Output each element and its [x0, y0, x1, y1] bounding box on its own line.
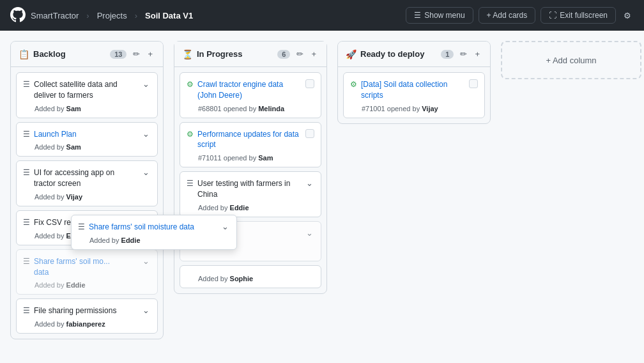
breadcrumb-sep-1: ›	[86, 11, 89, 20]
card-figure-out-container: ☰ Figure out ⌄ ☰ Share farms' soil moist…	[180, 221, 321, 288]
settings-button[interactable]: ⚙	[621, 8, 634, 23]
ready-count: 1	[441, 50, 454, 59]
current-project-title: Soil Data V1	[145, 11, 193, 20]
github-logo-icon	[10, 7, 26, 24]
card-meta: Added by Vijay	[34, 193, 151, 201]
card-expand-button[interactable]: ⌄	[305, 228, 314, 238]
in-progress-add-button[interactable]: +	[309, 48, 319, 60]
card-user-testing: ☰ User testing with farmers in China ⌄ A…	[180, 171, 321, 217]
card-icon: ☰	[23, 257, 30, 266]
card-icon: ☰	[23, 306, 30, 315]
card-title[interactable]: Crawl tractor engine data (John Deere)	[197, 79, 301, 101]
card-title[interactable]: File sharing permissions	[34, 305, 137, 316]
card-meta: #71001 opened by Vijay	[362, 105, 478, 112]
card-icon: ⚙	[187, 130, 194, 139]
menu-icon: ☰	[414, 11, 421, 20]
gear-icon: ⚙	[624, 11, 631, 20]
card-icon: ☰	[23, 80, 30, 89]
fullscreen-icon: ⛶	[549, 11, 556, 20]
add-column-button[interactable]: + Add column	[501, 41, 641, 79]
column-backlog: 📋 Backlog 13 ✏ + ☰ Collect satellite dat…	[10, 41, 164, 339]
popup-card-title[interactable]: Share farms' soil moisture data	[89, 222, 217, 233]
board: 📋 Backlog 13 ✏ + ☰ Collect satellite dat…	[0, 31, 644, 363]
card-expand-button[interactable]: ⌄	[141, 256, 151, 266]
backlog-add-button[interactable]: +	[145, 48, 155, 60]
header-actions: ☰ Show menu + Add cards ⛶ Exit fullscree…	[406, 7, 634, 24]
ready-icon: 🚀	[346, 49, 356, 59]
card-title[interactable]: User testing with farmers in China	[197, 178, 301, 200]
breadcrumb-sep-2: ›	[135, 11, 137, 20]
backlog-edit-button[interactable]: ✏	[130, 48, 142, 60]
card-title[interactable]: Share farms' soil mo...data	[34, 256, 137, 278]
column-header-in-progress: ⏳ In Progress 6 ✏ +	[174, 42, 326, 67]
projects-link[interactable]: Projects	[97, 11, 127, 20]
card-collect-satellite: ☰ Collect satellite data and deliver to …	[16, 72, 158, 118]
card-meta: #68801 opened by Melinda	[198, 105, 314, 112]
card-title[interactable]: Launch Plan	[34, 129, 137, 140]
app-name-link[interactable]: SmartTractor	[31, 11, 79, 20]
backlog-cards: ☰ Collect satellite data and deliver to …	[11, 67, 163, 339]
ready-title: Ready to deploy	[360, 49, 437, 59]
card-expand-button[interactable]: ⌄	[141, 129, 151, 139]
card-figure-out-sophie: Added by Sophie	[180, 265, 321, 288]
card-soil-collection-scripts: ⚙ [Data] Soil data collection scripts ⌄ …	[343, 72, 485, 118]
card-expand-button[interactable]: ⌄	[220, 222, 230, 231]
ready-edit-button[interactable]: ✏	[457, 48, 470, 60]
exit-fullscreen-button[interactable]: ⛶ Exit fullscreen	[540, 7, 616, 24]
in-progress-cards: ⚙ Crawl tractor engine data (John Deere)…	[174, 67, 326, 293]
card-launch-plan: ☰ Launch Plan ⌄ Added by Sam	[16, 122, 158, 157]
card-performance-updates: ⚙ Performance updates for data script ⌄ …	[180, 122, 321, 168]
card-icon: ☰	[23, 168, 30, 177]
card-expand-button[interactable]: ⌄	[141, 305, 151, 315]
column-header-backlog: 📋 Backlog 13 ✏ +	[11, 42, 163, 67]
backlog-icon: 📋	[19, 49, 29, 59]
card-expand-button[interactable]: ⌄	[305, 178, 314, 188]
card-meta: Added by Sam	[34, 105, 151, 112]
card-meta: Added by Sam	[34, 143, 151, 151]
card-title[interactable]: Collect satellite data and deliver to fa…	[34, 79, 137, 101]
card-title[interactable]: Performance updates for data script	[197, 129, 301, 151]
app-header: SmartTractor › Projects › Soil Data V1 ☰…	[0, 0, 644, 31]
card-checkbox[interactable]	[305, 79, 314, 88]
card-meta: Added by Sophie	[198, 275, 314, 282]
card-checkbox[interactable]	[469, 79, 478, 88]
backlog-count: 13	[110, 50, 126, 59]
card-title[interactable]: [Data] Soil data collection scripts	[361, 79, 464, 101]
card-meta: Added by Eddie	[198, 204, 314, 212]
card-crawl-tractor: ⚙ Crawl tractor engine data (John Deere)…	[180, 72, 321, 118]
add-cards-button[interactable]: + Add cards	[479, 7, 536, 24]
show-menu-button[interactable]: ☰ Show menu	[406, 7, 473, 24]
card-title[interactable]: UI for accessing app on tractor screen	[34, 167, 137, 189]
card-expand-button[interactable]: ⌄	[141, 79, 151, 89]
ready-cards: ⚙ [Data] Soil data collection scripts ⌄ …	[338, 67, 490, 123]
card-file-sharing: ☰ File sharing permissions ⌄ Added by fa…	[16, 298, 158, 334]
in-progress-edit-button[interactable]: ✏	[294, 48, 306, 60]
popup-card-meta: Added by Eddie	[89, 236, 230, 244]
card-share-farms-popup: ☰ Share farms' soil moisture data ⌄ Adde…	[71, 215, 237, 250]
column-in-progress: ⏳ In Progress 6 ✏ + ⚙ Crawl tractor engi…	[174, 41, 327, 294]
card-checkbox[interactable]	[305, 129, 314, 138]
card-icon: ☰	[78, 222, 85, 231]
card-expand-button[interactable]: ⌄	[141, 167, 151, 177]
in-progress-icon: ⏳	[182, 49, 193, 59]
card-icon: ⚙	[187, 80, 194, 89]
column-ready-to-deploy: 🚀 Ready to deploy 1 ✏ + ⚙ [Data] Soil da…	[337, 41, 491, 124]
in-progress-count: 6	[277, 50, 290, 59]
card-meta: Added by fabianperez	[34, 320, 151, 328]
card-share-farms-backlog: ☰ Share farms' soil mo...data ⌄ Added by…	[16, 249, 158, 295]
in-progress-title: In Progress	[197, 49, 273, 59]
card-meta: Added by Eddie	[34, 281, 151, 289]
card-meta: #71011 opened by Sam	[198, 154, 314, 162]
card-ui-tractor: ☰ UI for accessing app on tractor screen…	[16, 160, 158, 206]
card-icon: ☰	[23, 218, 30, 227]
backlog-title: Backlog	[33, 49, 106, 59]
card-icon: ☰	[187, 179, 194, 188]
column-header-ready: 🚀 Ready to deploy 1 ✏ +	[338, 42, 490, 67]
ready-add-button[interactable]: +	[472, 48, 482, 60]
card-icon: ☰	[23, 130, 30, 139]
card-icon: ⚙	[350, 80, 357, 89]
